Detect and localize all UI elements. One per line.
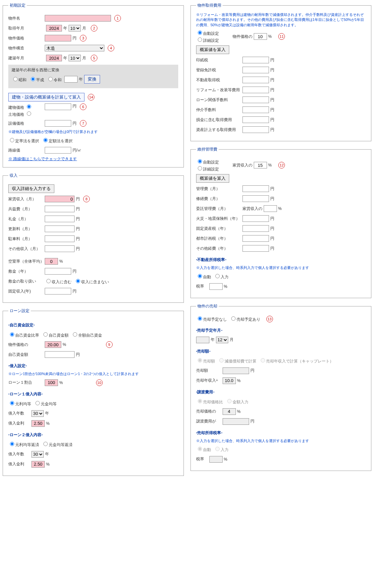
input-price[interactable] [45, 35, 71, 41]
radio-saletax-input[interactable] [215, 447, 220, 451]
radio-self-ratio-label[interactable]: 自己資金比率 [8, 331, 39, 338]
input-era-year[interactable] [64, 76, 78, 83]
input-shuzen[interactable] [242, 195, 269, 202]
input-kyoeki[interactable] [45, 206, 75, 212]
radio-maint-auto[interactable] [198, 159, 202, 163]
radio-self-amount-label[interactable]: 自己資金額 [42, 331, 69, 338]
radio-sale-dep-label[interactable]: 減価償却費で計算 [218, 357, 256, 364]
radio-price-ratio[interactable] [198, 399, 202, 403]
radio-showa-label[interactable]: 昭和 [12, 76, 27, 83]
radio-fixed-rate-label[interactable]: 定率法を選択 [8, 137, 39, 144]
button-income-detail[interactable]: 収入詳細を入力する [8, 184, 54, 193]
radio-sale-dep[interactable] [219, 358, 224, 362]
input-sale-amount[interactable] [223, 367, 249, 374]
radio-sale-amount[interactable] [198, 358, 202, 362]
radio-maint-detail-label[interactable]: 詳細設定 [196, 167, 219, 171]
select-build-month[interactable]: 10 [69, 55, 81, 61]
radio-self-amount[interactable] [43, 332, 48, 337]
input-loanfee[interactable] [242, 97, 269, 103]
radio-no-plan[interactable] [198, 316, 202, 321]
input-price-of[interactable] [254, 33, 267, 40]
radio-no-plan-label[interactable]: 売却予定なし [196, 315, 227, 322]
radio-fixed-rate[interactable] [10, 138, 14, 142]
radio-gankin1-label[interactable]: 元金均等 [34, 400, 57, 407]
input-toshi[interactable] [242, 235, 269, 242]
input-stamp[interactable] [242, 57, 269, 63]
radio-ganri2-label[interactable]: 元利均等返済 [8, 441, 39, 448]
radio-gankin2[interactable] [43, 442, 48, 446]
input-equipment-price[interactable] [45, 120, 71, 127]
radio-include-label[interactable]: 収入に含む [45, 278, 72, 285]
input-fixed-income[interactable] [45, 288, 71, 294]
input-self-amount[interactable] [45, 351, 75, 358]
select-loan-years1[interactable]: 30 [31, 410, 44, 417]
radio-tax-input[interactable] [215, 274, 220, 278]
input-other-exp[interactable] [242, 245, 269, 252]
radio-self-full[interactable] [73, 332, 77, 337]
input-saletax-rate[interactable] [209, 456, 223, 463]
radio-maint-auto-label[interactable]: 自動設定 [196, 160, 219, 164]
link-road-price-check[interactable]: ※ 路線価はこちらでチェックできます [8, 157, 77, 161]
radio-tax-auto-label[interactable]: 自動 [196, 273, 211, 280]
radio-sale-cap-label[interactable]: 売却年収入で計算（キャップレート） [259, 357, 334, 364]
radio-has-plan[interactable] [231, 316, 236, 321]
radio-exclude[interactable] [76, 279, 80, 283]
radio-building-price[interactable] [27, 104, 31, 109]
radio-fixed-amount[interactable] [43, 138, 48, 142]
radio-fixed-amount-label[interactable]: 定額法を選択 [42, 137, 73, 144]
input-loan-rate1[interactable] [31, 420, 45, 427]
input-reg[interactable] [242, 67, 269, 73]
radio-ganri2[interactable] [10, 442, 14, 446]
input-reikin[interactable] [45, 216, 75, 222]
radio-showa[interactable] [13, 77, 18, 81]
input-rent-of[interactable] [254, 162, 267, 168]
input-loan-rate2[interactable] [31, 461, 45, 468]
button-calc-acq[interactable]: 概算値を算入 [196, 45, 229, 54]
input-itaku[interactable] [264, 205, 277, 212]
input-acqtax[interactable] [242, 77, 269, 83]
radio-gankin2-label[interactable]: 元金均等返済 [42, 441, 73, 448]
radio-sale-cap[interactable] [261, 358, 265, 362]
input-kotei[interactable] [242, 225, 269, 232]
input-assetinc[interactable] [242, 126, 269, 133]
radio-gankin1[interactable] [35, 401, 40, 405]
input-vacancy[interactable] [45, 258, 58, 265]
button-convert[interactable]: 変換 [84, 75, 100, 84]
input-reform[interactable] [242, 87, 269, 93]
input-sale-year[interactable] [196, 337, 209, 343]
radio-amount-input[interactable] [227, 399, 232, 403]
input-build-year[interactable] [46, 55, 62, 61]
select-loan-years2[interactable]: 30 [31, 451, 44, 458]
select-acq-month[interactable]: 10 [69, 25, 81, 32]
radio-maint-detail[interactable] [198, 166, 202, 170]
radio-saletax-input-label[interactable]: 入力 [214, 446, 229, 453]
radio-exclude-label[interactable]: 収入に含まない [74, 278, 109, 285]
input-lossinc[interactable] [242, 116, 269, 123]
input-loan1-ratio[interactable] [45, 379, 58, 386]
input-kanri[interactable] [242, 185, 269, 192]
radio-acq-auto[interactable] [198, 31, 202, 35]
radio-reiwa-label[interactable]: 令和 [47, 76, 62, 83]
radio-acq-detail-label[interactable]: 詳細設定 [196, 38, 219, 43]
radio-tax-auto[interactable] [198, 274, 202, 278]
radio-acq-detail[interactable] [198, 37, 202, 42]
radio-has-plan-label[interactable]: 売却予定あり [230, 315, 260, 322]
input-acq-year[interactable] [46, 25, 62, 32]
radio-heisei[interactable] [31, 77, 35, 81]
input-parking[interactable] [45, 235, 75, 242]
radio-tax-input-label[interactable]: 入力 [214, 273, 229, 280]
radio-price-ratio-label[interactable]: 売却価格比 [196, 398, 223, 405]
input-rent[interactable] [45, 196, 75, 202]
button-calc-maint[interactable]: 概算値を算入 [196, 174, 229, 183]
input-transfer-cost[interactable] [223, 418, 249, 425]
button-calc-building-equipment[interactable]: 建物・設備の概算値を計算して算入 [8, 93, 84, 101]
input-price-ratio[interactable] [45, 341, 61, 348]
radio-heisei-label[interactable]: 平成 [29, 76, 44, 83]
radio-reiwa[interactable] [48, 77, 53, 81]
select-sale-month[interactable]: 12 [216, 337, 228, 343]
input-cap[interactable] [223, 377, 236, 384]
radio-sale-amount-label[interactable]: 売却額 [196, 357, 215, 364]
radio-ganri1[interactable] [10, 401, 14, 405]
input-building-price[interactable] [45, 103, 71, 110]
radio-saletax-auto[interactable] [198, 447, 202, 451]
